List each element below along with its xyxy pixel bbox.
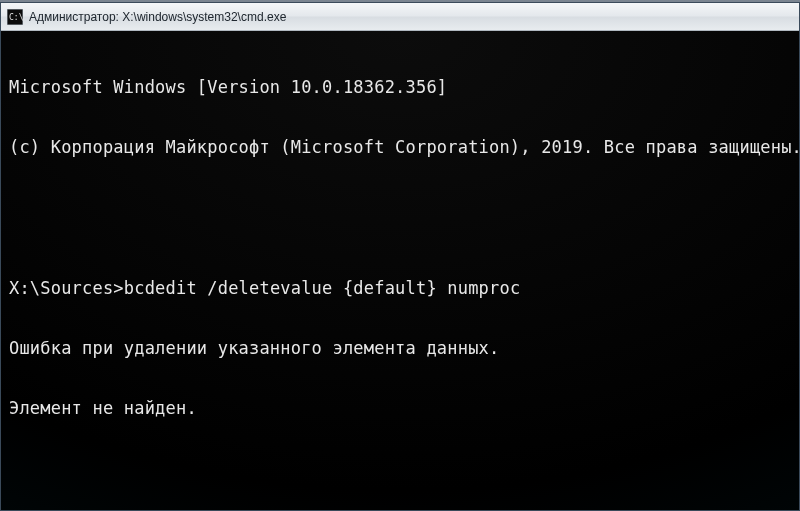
command-text: bcdedit /deletevalue {default} numproc bbox=[124, 278, 521, 298]
terminal-output[interactable]: Microsoft Windows [Version 10.0.18362.35… bbox=[1, 31, 799, 510]
titlebar[interactable]: C:\ Администратор: X:\windows\system32\c… bbox=[1, 3, 799, 31]
banner-line: (c) Корпорация Майкрософт (Microsoft Cor… bbox=[9, 137, 791, 157]
output-line: Элемент не найден. bbox=[9, 398, 791, 418]
cmd-window: C:\ Администратор: X:\windows\system32\c… bbox=[0, 2, 800, 511]
output-line: Ошибка при удалении указанного элемента … bbox=[9, 338, 791, 358]
blank-line bbox=[9, 197, 791, 217]
cmd-icon: C:\ bbox=[7, 9, 23, 25]
banner-line: Microsoft Windows [Version 10.0.18362.35… bbox=[9, 77, 791, 97]
prompt: X:\Sources> bbox=[9, 278, 124, 298]
command-line: X:\Sources>bcdedit /deletevalue {default… bbox=[9, 278, 791, 298]
window-title: Администратор: X:\windows\system32\cmd.e… bbox=[29, 10, 286, 24]
blank-line bbox=[9, 458, 791, 478]
svg-text:C:\: C:\ bbox=[9, 13, 23, 22]
